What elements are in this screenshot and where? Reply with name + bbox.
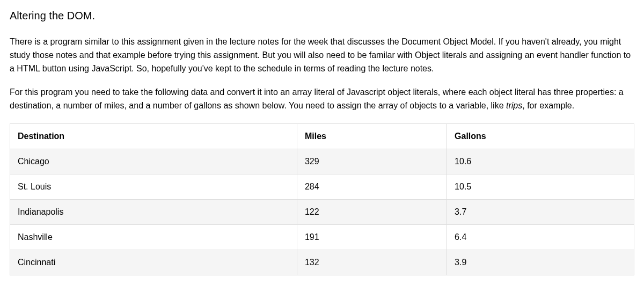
cell-miles: 284: [297, 174, 447, 199]
cell-gallons: 6.4: [447, 224, 634, 250]
cell-gallons: 10.5: [447, 174, 634, 199]
intro-paragraph-1: There is a program similar to this assig…: [10, 35, 634, 75]
cell-miles: 329: [297, 149, 447, 174]
table-row: Cincinnati 132 3.9: [10, 250, 634, 275]
cell-destination: Nashville: [10, 224, 297, 250]
cell-destination: Chicago: [10, 149, 297, 174]
cell-destination: St. Louis: [10, 174, 297, 199]
table-row: St. Louis 284 10.5: [10, 174, 634, 199]
cell-miles: 132: [297, 250, 447, 275]
para2-variable-name: trips: [506, 101, 522, 110]
table-row: Nashville 191 6.4: [10, 224, 634, 250]
cell-miles: 191: [297, 224, 447, 250]
trips-table: Destination Miles Gallons Chicago 329 10…: [10, 123, 634, 275]
cell-gallons: 3.7: [447, 199, 634, 224]
page-heading: Altering the DOM.: [10, 8, 634, 24]
table-row: Chicago 329 10.6: [10, 149, 634, 174]
cell-gallons: 10.6: [447, 149, 634, 174]
col-header-gallons: Gallons: [447, 123, 634, 149]
table-header-row: Destination Miles Gallons: [10, 123, 634, 149]
cell-gallons: 3.9: [447, 250, 634, 275]
col-header-destination: Destination: [10, 123, 297, 149]
table-row: Indianapolis 122 3.7: [10, 199, 634, 224]
para2-text-b: , for example.: [522, 101, 574, 110]
col-header-miles: Miles: [297, 123, 447, 149]
cell-destination: Indianapolis: [10, 199, 297, 224]
intro-paragraph-2: For this program you need to take the fo…: [10, 86, 634, 113]
cell-destination: Cincinnati: [10, 250, 297, 275]
cell-miles: 122: [297, 199, 447, 224]
